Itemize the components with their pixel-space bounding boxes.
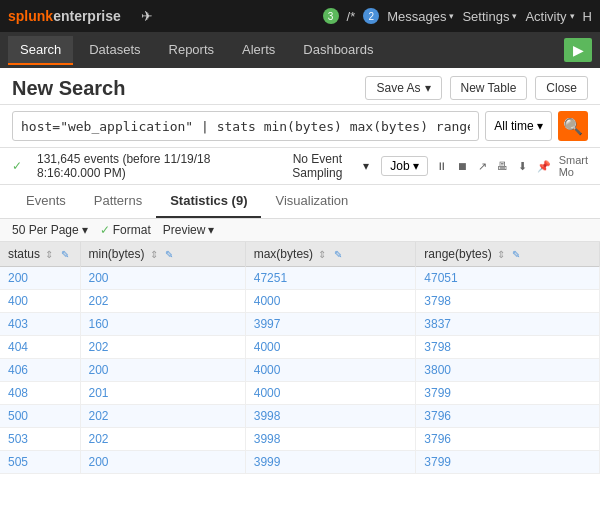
stop-icon[interactable]: ⏹ xyxy=(455,158,470,174)
search-bar-row: All time ▾ 🔍 xyxy=(0,105,600,148)
page-title: New Search xyxy=(12,77,365,100)
nav-tab-datasets[interactable]: Datasets xyxy=(77,36,152,65)
cell-status-2[interactable]: 403 xyxy=(0,313,80,336)
table-row: 50020239983796 xyxy=(0,405,600,428)
green-arrow-button[interactable]: ▶ xyxy=(564,38,592,62)
logo-text: splunkenterprise xyxy=(8,8,121,24)
pause-icon[interactable]: ⏸ xyxy=(434,158,449,174)
settings-button[interactable]: Settings ▾ xyxy=(462,9,517,24)
header-buttons: Save As ▾ New Table Close xyxy=(365,76,588,100)
chevron-down-icon: ▾ xyxy=(537,119,543,133)
tab-events[interactable]: Events xyxy=(12,185,80,218)
col-header-min-bytes: min(bytes) ⇕ ✎ xyxy=(80,242,245,267)
sampling-button[interactable]: No Event Sampling ▾ xyxy=(274,152,369,180)
tab-visualization[interactable]: Visualization xyxy=(261,185,362,218)
cell-range-8[interactable]: 3799 xyxy=(416,451,600,474)
format-button[interactable]: ✓ Format xyxy=(100,223,151,237)
cell-max-4[interactable]: 4000 xyxy=(245,359,416,382)
cell-min-7[interactable]: 202 xyxy=(80,428,245,451)
cell-range-2[interactable]: 3837 xyxy=(416,313,600,336)
cell-min-5[interactable]: 201 xyxy=(80,382,245,405)
event-count: 131,645 events (before 11/19/18 8:16:40.… xyxy=(37,152,262,180)
cell-min-3[interactable]: 202 xyxy=(80,336,245,359)
table-row: 40820140003799 xyxy=(0,382,600,405)
cell-max-3[interactable]: 4000 xyxy=(245,336,416,359)
badge-blue: 2 xyxy=(363,8,379,24)
sort-icon[interactable]: ⇕ xyxy=(497,249,505,260)
cell-max-7[interactable]: 3998 xyxy=(245,428,416,451)
smart-mode-label: Smart Mo xyxy=(559,154,588,178)
sort-icon[interactable]: ⇕ xyxy=(318,249,326,260)
search-icon: 🔍 xyxy=(563,117,583,136)
cell-status-4[interactable]: 406 xyxy=(0,359,80,382)
cell-range-7[interactable]: 3796 xyxy=(416,428,600,451)
cell-min-8[interactable]: 200 xyxy=(80,451,245,474)
pin-icon: 📌 xyxy=(535,158,553,175)
table-row: 50520039993799 xyxy=(0,451,600,474)
cell-min-1[interactable]: 202 xyxy=(80,290,245,313)
messages-button[interactable]: Messages ▾ xyxy=(387,9,454,24)
cell-status-5[interactable]: 408 xyxy=(0,382,80,405)
checkmark-icon: ✓ xyxy=(12,159,22,173)
tab-patterns[interactable]: Patterns xyxy=(80,185,156,218)
per-page-button[interactable]: 50 Per Page ▾ xyxy=(12,223,88,237)
col-header-range-bytes: range(bytes) ⇕ ✎ xyxy=(416,242,600,267)
cell-range-5[interactable]: 3799 xyxy=(416,382,600,405)
cell-status-0[interactable]: 200 xyxy=(0,267,80,290)
table-controls: 50 Per Page ▾ ✓ Format Preview ▾ xyxy=(0,219,600,242)
nav-tab-dashboards[interactable]: Dashboards xyxy=(291,36,385,65)
share-icon[interactable]: ↗ xyxy=(476,158,489,175)
cell-max-0[interactable]: 47251 xyxy=(245,267,416,290)
nav-tab-search[interactable]: Search xyxy=(8,36,73,65)
activity-button[interactable]: Activity ▾ xyxy=(525,9,574,24)
edit-icon[interactable]: ✎ xyxy=(512,249,520,260)
new-table-button[interactable]: New Table xyxy=(450,76,528,100)
table-row: 40420240003798 xyxy=(0,336,600,359)
export-icon[interactable]: ⬇ xyxy=(516,158,529,175)
cell-status-3[interactable]: 404 xyxy=(0,336,80,359)
save-as-button[interactable]: Save As ▾ xyxy=(365,76,441,100)
table-row: 40020240003798 xyxy=(0,290,600,313)
print-icon[interactable]: 🖶 xyxy=(495,158,510,174)
cell-range-4[interactable]: 3800 xyxy=(416,359,600,382)
edit-icon[interactable]: ✎ xyxy=(165,249,173,260)
search-input[interactable] xyxy=(12,111,479,141)
cell-status-1[interactable]: 400 xyxy=(0,290,80,313)
cell-min-6[interactable]: 202 xyxy=(80,405,245,428)
cell-status-6[interactable]: 500 xyxy=(0,405,80,428)
cell-min-0[interactable]: 200 xyxy=(80,267,245,290)
table-row: 40620040003800 xyxy=(0,359,600,382)
close-button[interactable]: Close xyxy=(535,76,588,100)
sort-icon[interactable]: ⇕ xyxy=(45,249,53,260)
cell-max-8[interactable]: 3999 xyxy=(245,451,416,474)
preview-button[interactable]: Preview ▾ xyxy=(163,223,215,237)
settings-label: Settings xyxy=(462,9,509,24)
cell-min-4[interactable]: 200 xyxy=(80,359,245,382)
job-button[interactable]: Job ▾ xyxy=(381,156,427,176)
cell-range-6[interactable]: 3796 xyxy=(416,405,600,428)
cell-status-7[interactable]: 503 xyxy=(0,428,80,451)
table-row: 50320239983796 xyxy=(0,428,600,451)
cell-range-1[interactable]: 3798 xyxy=(416,290,600,313)
cell-status-8[interactable]: 505 xyxy=(0,451,80,474)
chevron-down-icon: ▾ xyxy=(208,223,214,237)
edit-icon[interactable]: ✎ xyxy=(334,249,342,260)
top-nav-bar: splunkenterprise ✈ 3 /* 2 Messages ▾ Set… xyxy=(0,0,600,32)
messages-label: Messages xyxy=(387,9,446,24)
time-picker-button[interactable]: All time ▾ xyxy=(485,111,552,141)
edit-icon[interactable]: ✎ xyxy=(61,249,69,260)
cell-max-1[interactable]: 4000 xyxy=(245,290,416,313)
cell-range-3[interactable]: 3798 xyxy=(416,336,600,359)
cell-min-2[interactable]: 160 xyxy=(80,313,245,336)
nav-tab-alerts[interactable]: Alerts xyxy=(230,36,287,65)
cell-max-2[interactable]: 3997 xyxy=(245,313,416,336)
table-row: 2002004725147051 xyxy=(0,267,600,290)
h-button[interactable]: H xyxy=(583,9,592,24)
cell-max-6[interactable]: 3998 xyxy=(245,405,416,428)
tab-statistics[interactable]: Statistics (9) xyxy=(156,185,261,218)
cell-max-5[interactable]: 4000 xyxy=(245,382,416,405)
sort-icon[interactable]: ⇕ xyxy=(150,249,158,260)
nav-tab-reports[interactable]: Reports xyxy=(157,36,227,65)
search-execute-button[interactable]: 🔍 xyxy=(558,111,588,141)
cell-range-0[interactable]: 47051 xyxy=(416,267,600,290)
